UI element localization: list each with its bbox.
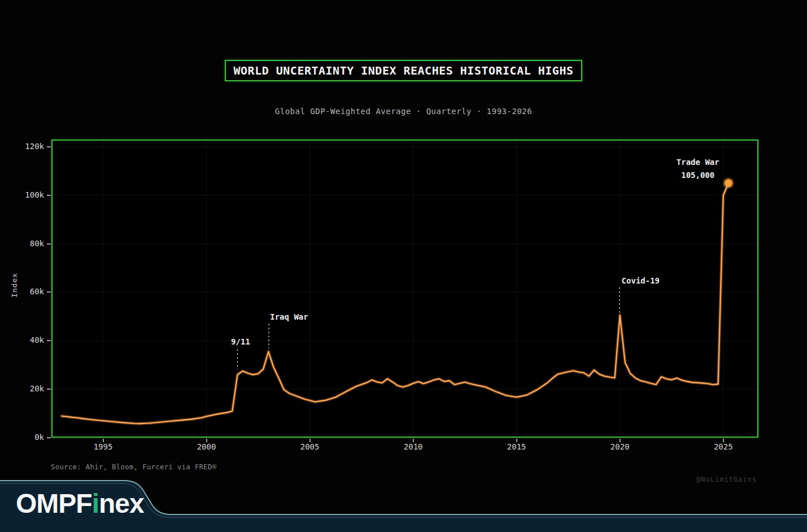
y-tick-mark	[47, 437, 51, 438]
x-tick-mark	[620, 439, 621, 442]
x-tick-label: 2025	[714, 442, 733, 451]
annotation-label-line: Trade War	[677, 156, 719, 169]
y-tick-mark	[47, 146, 51, 147]
x-tick-label: 2010	[404, 442, 423, 451]
annotation-label-line: 105,000	[677, 169, 719, 182]
annotation-label: Trade War105,000	[677, 156, 719, 182]
y-tick-label: 40k	[0, 335, 44, 345]
x-tick-mark	[103, 439, 104, 442]
y-tick-label: 100k	[0, 190, 44, 199]
ompfinex-logo: OMPFinex	[16, 489, 144, 518]
annotation-label-line: Covid-19	[622, 274, 660, 287]
x-tick-label: 2000	[197, 442, 216, 451]
x-tick-mark	[206, 439, 207, 442]
y-tick-mark	[47, 195, 51, 196]
logo-accent-letter: i	[92, 489, 99, 518]
x-tick-mark	[309, 439, 311, 442]
y-tick-mark	[47, 243, 51, 245]
logo-suffix: nex	[99, 489, 144, 518]
x-tick-mark	[516, 439, 517, 442]
x-tick-mark	[723, 439, 724, 442]
chart-subtitle: Global GDP-Weighted Average · Quarterly …	[0, 107, 807, 116]
annotation-label: 9/11	[231, 335, 250, 348]
x-tick-label: 2005	[300, 442, 320, 451]
y-tick-label: 60k	[0, 287, 44, 296]
annotation-label-line: Iraq War	[270, 310, 308, 323]
annotation-label: Covid-19	[622, 274, 660, 287]
chart-title-box: WORLD UNCERTAINTY INDEX REACHES HISTORIC…	[225, 60, 583, 81]
x-tick-label: 2015	[507, 442, 526, 451]
source-note: Source: Ahir, Bloom, Furceri via FRED®	[51, 463, 217, 471]
annotation-label-line: 9/11	[231, 335, 250, 348]
x-tick-mark	[413, 439, 414, 442]
x-tick-label: 1995	[94, 442, 113, 451]
y-tick-label: 0k	[0, 433, 44, 442]
plot-area-frame	[51, 139, 758, 438]
infographic-canvas: WORLD UNCERTAINTY INDEX REACHES HISTORIC…	[0, 0, 807, 532]
annotation-label: Iraq War	[270, 310, 308, 323]
y-tick-mark	[47, 340, 51, 341]
y-tick-label: 20k	[0, 384, 44, 393]
y-tick-mark	[47, 291, 51, 293]
logo-prefix: OMPF	[16, 489, 92, 518]
y-tick-label: 120k	[0, 142, 44, 151]
x-tick-label: 2020	[610, 442, 630, 451]
chart-title: WORLD UNCERTAINTY INDEX REACHES HISTORIC…	[234, 64, 574, 77]
y-tick-mark	[47, 389, 51, 390]
y-tick-label: 80k	[0, 239, 44, 248]
